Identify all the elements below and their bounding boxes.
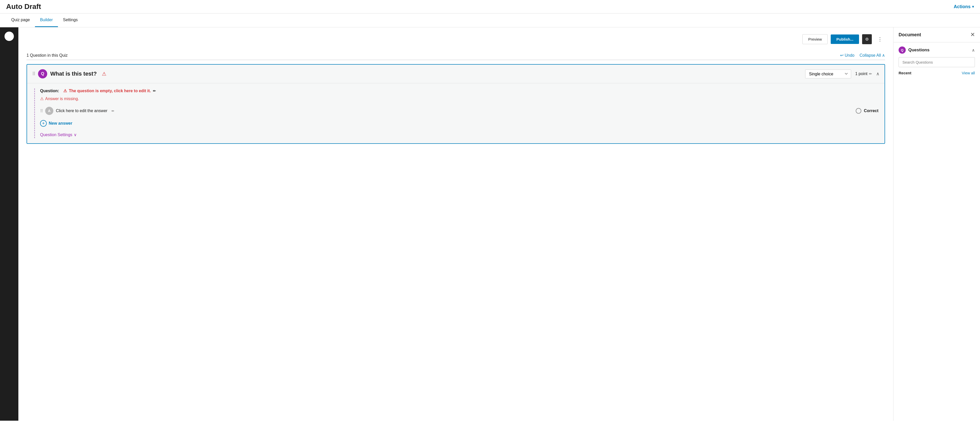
questions-section-collapse-icon[interactable]: ∧	[972, 48, 975, 53]
collapse-all-link[interactable]: Collapse All ∧	[859, 53, 885, 58]
preview-button[interactable]: Preview	[802, 34, 828, 44]
wp-sidebar	[0, 27, 18, 421]
close-icon: ✕	[970, 32, 975, 38]
answer-left: ⠿ A Click here to edit the answer ✏	[40, 107, 115, 115]
settings-icon: ⚙	[865, 37, 869, 41]
more-icon: ⋮	[877, 36, 883, 42]
quiz-actions: ↩ Undo Collapse All ∧	[840, 53, 885, 58]
question-body-inner: Question: ⚠ The question is empty, click…	[34, 88, 878, 138]
quiz-header: 1 Question in this Quiz ↩ Undo Collapse …	[27, 50, 885, 60]
content-toolbar: Preview Publish... ⚙ ⋮	[27, 33, 885, 45]
answer-edit-pencil-icon[interactable]: ✏	[111, 109, 115, 113]
questions-section-header: Q Questions ∧	[899, 46, 975, 54]
answer-icon: A	[45, 107, 53, 115]
top-bar: Auto Draft Actions ▾	[0, 0, 980, 14]
wp-logo	[3, 30, 15, 42]
question-edit-pencil-icon[interactable]: ✏	[153, 89, 156, 93]
content-area: Preview Publish... ⚙ ⋮ 1 Question in thi…	[18, 27, 893, 421]
question-header: ⠿ Q What is this test? ⚠ Single choice 1…	[27, 65, 885, 83]
question-card: ⠿ Q What is this test? ⚠ Single choice 1…	[27, 64, 885, 144]
more-options-button[interactable]: ⋮	[875, 33, 885, 45]
main-layout: Preview Publish... ⚙ ⋮ 1 Question in thi…	[0, 27, 980, 421]
question-settings-chevron-icon: ∨	[74, 132, 77, 137]
plus-circle-icon: +	[40, 120, 47, 127]
actions-chevron-icon: ▾	[972, 5, 974, 9]
question-label-row: Question: ⚠ The question is empty, click…	[40, 88, 878, 93]
answer-missing-warning: ⚠ Answer is missing.	[40, 96, 878, 101]
recent-header: Recent View all	[899, 71, 975, 75]
answer-missing-icon: ⚠	[40, 96, 44, 101]
right-sidebar: Document ✕ Q Questions ∧ Recent View all	[893, 27, 980, 421]
question-empty-message[interactable]: The question is empty, click here to edi…	[69, 89, 151, 93]
questions-section-icon: Q	[899, 46, 906, 54]
new-answer-label: New answer	[49, 121, 72, 126]
page-title: Auto Draft	[6, 3, 41, 11]
points-edit-icon[interactable]: ✏	[869, 72, 872, 76]
questions-section-title: Q Questions	[899, 46, 929, 54]
settings-button[interactable]: ⚙	[862, 34, 872, 44]
question-icon: Q	[38, 69, 47, 78]
question-body: Question: ⚠ The question is empty, click…	[27, 83, 885, 143]
question-header-left: ⠿ Q What is this test? ⚠	[32, 69, 107, 78]
answer-missing-text: Answer is missing.	[45, 97, 79, 101]
wordpress-icon	[4, 32, 14, 41]
question-count: 1 Question in this Quiz	[27, 53, 68, 58]
tab-builder[interactable]: Builder	[35, 14, 58, 27]
question-title: What is this test?	[50, 70, 97, 77]
question-type-select[interactable]: Single choice	[805, 70, 851, 78]
undo-link[interactable]: ↩ Undo	[840, 53, 854, 58]
correct-label: Correct	[864, 108, 878, 113]
view-all-link[interactable]: View all	[962, 71, 975, 75]
collapse-question-icon[interactable]: ∧	[876, 71, 880, 77]
sidebar-title: Document	[899, 32, 921, 38]
answer-right: Correct	[856, 108, 878, 114]
question-warning-icon: ⚠	[102, 71, 107, 77]
question-settings-label: Question Settings	[40, 132, 72, 137]
questions-section-label: Questions	[908, 48, 929, 53]
recent-label: Recent	[899, 71, 912, 75]
question-settings-button[interactable]: Question Settings ∨	[40, 129, 77, 138]
publish-button[interactable]: Publish...	[831, 35, 859, 44]
answer-row: ⠿ A Click here to edit the answer ✏ Corr…	[40, 104, 878, 118]
answer-drag-handle-icon[interactable]: ⠿	[40, 108, 43, 113]
drag-handle-icon[interactable]: ⠿	[32, 71, 35, 77]
answer-text[interactable]: Click here to edit the answer	[56, 108, 107, 113]
search-questions-input[interactable]	[899, 57, 975, 67]
question-header-right: Single choice 1 point ✏ ∧	[805, 70, 880, 78]
correct-radio-button[interactable]	[856, 108, 861, 114]
sidebar-close-button[interactable]: ✕	[970, 32, 975, 38]
tab-settings[interactable]: Settings	[58, 14, 83, 27]
questions-section: Q Questions ∧ Recent View all	[894, 42, 980, 79]
actions-label: Actions	[954, 4, 970, 10]
tab-nav: Quiz page Builder Settings	[0, 14, 980, 27]
points-badge: 1 point ✏	[855, 72, 872, 76]
question-label-text: Question:	[40, 89, 59, 93]
tab-quiz-page[interactable]: Quiz page	[6, 14, 35, 27]
actions-button[interactable]: Actions ▾	[954, 4, 974, 10]
new-answer-button[interactable]: + New answer	[40, 118, 72, 129]
sidebar-header: Document ✕	[894, 27, 980, 42]
question-empty-warning-icon: ⚠	[63, 88, 67, 93]
points-value: 1 point	[855, 72, 867, 76]
